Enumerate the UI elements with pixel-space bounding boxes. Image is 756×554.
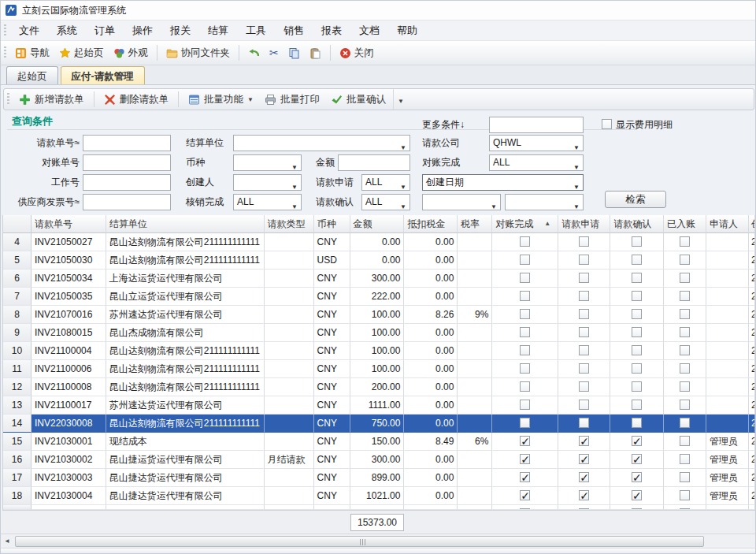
- apply-checkbox[interactable]: [579, 309, 589, 319]
- nav-button[interactable]: 导航: [10, 43, 54, 63]
- supplier-invoice-input[interactable]: [83, 194, 171, 210]
- apply-checkbox[interactable]: [579, 472, 589, 482]
- confirm-checkbox[interactable]: [632, 490, 642, 500]
- apply-checkbox[interactable]: [579, 363, 589, 374]
- table-row[interactable]: 12 INV21100008 昆山达刻物流有限公司211111111111 CN…: [3, 378, 755, 396]
- menu-operation[interactable]: 操作: [124, 21, 161, 40]
- row-number-cell[interactable]: 6: [3, 270, 32, 288]
- shared-folder-button[interactable]: 协同文件夹: [161, 43, 235, 63]
- actionbar-grip[interactable]: [7, 93, 9, 106]
- row-number-cell[interactable]: 15: [3, 433, 32, 451]
- confirm-checkbox[interactable]: [632, 236, 642, 247]
- row-number-cell[interactable]: 7: [3, 288, 32, 306]
- confirm-checkbox[interactable]: [632, 345, 642, 355]
- date-from-combo[interactable]: ▼: [422, 194, 501, 210]
- confirm-checkbox[interactable]: [632, 309, 642, 319]
- menu-system[interactable]: 系统: [48, 21, 86, 40]
- horizontal-scrollbar[interactable]: ◄: [1, 534, 756, 548]
- batch-confirm-button[interactable]: 批量确认: [325, 90, 391, 110]
- recon-done-checkbox[interactable]: [520, 327, 530, 337]
- booked-checkbox[interactable]: [680, 236, 690, 247]
- menu-settlement[interactable]: 结算: [199, 21, 237, 40]
- toolbar-overflow-button[interactable]: ▼: [393, 89, 408, 110]
- toolbar-grip[interactable]: [4, 46, 6, 59]
- col-confirm[interactable]: 请款确认: [610, 215, 664, 233]
- currency-combo[interactable]: ▼: [233, 154, 302, 171]
- recon-done-checkbox[interactable]: [520, 363, 530, 374]
- recon-done-checkbox[interactable]: [520, 436, 530, 446]
- col-request-type[interactable]: 请款类型: [265, 215, 314, 233]
- recon-done-checkbox[interactable]: [520, 309, 530, 319]
- row-number-cell[interactable]: 5: [3, 251, 32, 270]
- date-field-combo[interactable]: 创建日期▼: [422, 174, 584, 191]
- col-apply[interactable]: 请款申请: [558, 215, 610, 233]
- company-combo[interactable]: QHWL▼: [489, 135, 584, 151]
- confirm-checkbox[interactable]: [632, 363, 642, 374]
- col-booked[interactable]: 已入账: [664, 215, 706, 233]
- batch-function-button[interactable]: 批量功能 ▼: [183, 90, 259, 110]
- apply-combo[interactable]: ALL▼: [361, 174, 410, 191]
- booked-checkbox[interactable]: [680, 418, 690, 428]
- col-applicant[interactable]: 申请人: [706, 215, 749, 233]
- col-invoice-no[interactable]: 请款单号: [32, 215, 106, 233]
- apply-checkbox[interactable]: [579, 436, 589, 446]
- recon-done-checkbox[interactable]: [520, 472, 530, 482]
- confirm-checkbox[interactable]: [632, 291, 642, 301]
- apply-checkbox[interactable]: [579, 327, 589, 337]
- booked-checkbox[interactable]: [680, 381, 690, 392]
- row-number-cell[interactable]: 16: [3, 451, 32, 469]
- delete-request-button[interactable]: 删除请款单: [98, 90, 175, 110]
- menu-customs[interactable]: 报关: [161, 21, 199, 40]
- menu-file[interactable]: 文件: [10, 21, 48, 40]
- apply-checkbox[interactable]: [579, 255, 589, 265]
- booked-checkbox[interactable]: [680, 363, 690, 374]
- booked-checkbox[interactable]: [680, 291, 690, 301]
- table-row[interactable]: 8 INV21070016 苏州速达货运代理有限公司 CNY 100.00 8.…: [3, 306, 755, 324]
- menu-grip[interactable]: [4, 24, 6, 37]
- row-number-cell[interactable]: 12: [3, 378, 32, 396]
- confirm-checkbox[interactable]: [632, 436, 642, 446]
- confirm-checkbox[interactable]: [632, 418, 642, 428]
- table-row[interactable]: 11 INV21100006 昆山达刻物流有限公司211111111111 CN…: [3, 360, 755, 378]
- booked-checkbox[interactable]: [680, 309, 690, 319]
- add-request-button[interactable]: 新增请款单: [13, 90, 90, 110]
- tab-home[interactable]: 起始页: [6, 66, 58, 84]
- table-row[interactable]: 9 INV21080015 昆山杰成物流有限公司 CNY 100.00 0.00…: [3, 324, 755, 342]
- close-button[interactable]: 关闭: [335, 43, 379, 63]
- menu-docs[interactable]: 文档: [350, 21, 388, 40]
- confirm-checkbox[interactable]: [632, 381, 642, 392]
- scrollbar-thumb[interactable]: [15, 536, 704, 547]
- booked-checkbox[interactable]: [680, 454, 690, 464]
- paste-button[interactable]: [305, 44, 326, 62]
- more-conditions-label[interactable]: 更多条件↓: [422, 117, 465, 133]
- col-recon-done[interactable]: 对账完成▲: [492, 215, 558, 233]
- table-row[interactable]: 14 INV22030008 昆山达刻物流有限公司211111111111 CN…: [3, 415, 755, 433]
- home-button[interactable]: 起始页: [54, 43, 109, 63]
- row-number-cell[interactable]: 11: [3, 360, 32, 378]
- menu-help[interactable]: 帮助: [388, 21, 426, 40]
- table-row[interactable]: 18 INV21030004 昆山捷达货运代理有限公司 CNY 1021.00 …: [3, 487, 755, 505]
- confirm-checkbox[interactable]: [632, 273, 642, 283]
- recon-done-checkbox[interactable]: [520, 345, 530, 355]
- table-row[interactable]: 7 INV21050035 昆山立运货运代理有限公司 CNY 222.00 0.…: [3, 288, 755, 306]
- recon-done-checkbox[interactable]: [520, 454, 530, 464]
- confirm-checkbox[interactable]: [632, 255, 642, 265]
- col-settle-unit[interactable]: 结算单位: [106, 215, 265, 233]
- recon-done-checkbox[interactable]: [520, 381, 530, 392]
- row-number-cell[interactable]: 17: [3, 469, 32, 487]
- menu-tools[interactable]: 工具: [237, 21, 275, 40]
- apply-checkbox[interactable]: [579, 291, 589, 301]
- apply-checkbox[interactable]: [579, 418, 589, 428]
- more-conditions-input[interactable]: [489, 117, 584, 133]
- col-tax-rate[interactable]: 税率: [458, 215, 492, 233]
- row-number-cell[interactable]: 4: [3, 233, 32, 251]
- row-number-cell[interactable]: 9: [3, 324, 32, 342]
- booked-checkbox[interactable]: [680, 490, 690, 500]
- menu-order[interactable]: 订单: [86, 21, 124, 40]
- table-row[interactable]: 17 INV21030003 昆山捷达货运代理有限公司 CNY 899.00 0…: [3, 469, 755, 487]
- recon-done-checkbox[interactable]: [520, 291, 530, 301]
- booked-checkbox[interactable]: [680, 400, 690, 410]
- statement-no-input[interactable]: [83, 154, 171, 171]
- confirm-checkbox[interactable]: [632, 327, 642, 337]
- apply-checkbox[interactable]: [579, 454, 589, 464]
